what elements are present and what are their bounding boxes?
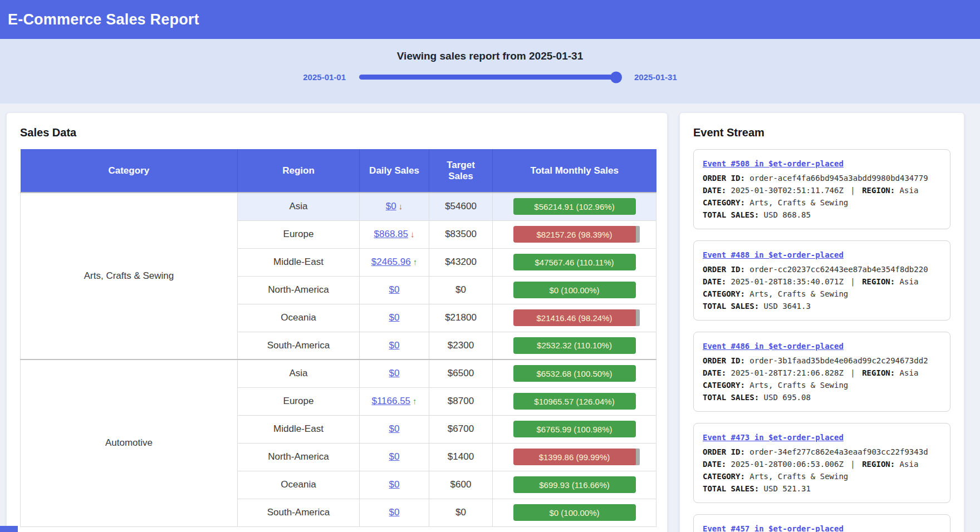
daily-sales-link[interactable]: $0 (389, 340, 400, 351)
event-stream-card: Event Stream Event #508 in $et-order-pla… (679, 112, 964, 532)
region-cell: South-America (238, 332, 360, 359)
category-cell: Automotive (21, 359, 238, 526)
event-title-link[interactable]: Event #457 in $et-order-placed (703, 523, 844, 532)
date-value: 2025-01-28T18:35:40.071Z (731, 277, 849, 286)
column-header-total-monthly-sales: Total Monthly Sales (493, 149, 656, 193)
daily-sales-cell: $1166.55↑ (360, 387, 429, 415)
pipe-separator: | (848, 186, 857, 195)
daily-sales-link[interactable]: $0 (389, 451, 400, 462)
bottom-left-blue-fragment (0, 526, 18, 532)
daily-sales-cell: $0↓ (360, 193, 429, 220)
table-row: Arts, Crafts & SewingAsia$0↓$54600$56214… (21, 193, 656, 220)
app-header: E-Commerce Sales Report (0, 0, 980, 39)
target-met-badge: $699.93 (116.66%) (513, 476, 636, 493)
total-sales-label: TOTAL SALES: (703, 210, 764, 219)
event-title-link[interactable]: Event #486 in $et-order-placed (703, 340, 844, 352)
order-id-value: order-34ef277c862e4a3eaaf903cc22f9343d (749, 447, 928, 456)
total-monthly-sales-cell: $0 (100.00%) (493, 499, 656, 526)
event-title-link[interactable]: Event #488 in $et-order-placed (703, 249, 844, 261)
event-title-link[interactable]: Event #508 in $et-order-placed (703, 157, 844, 170)
total-monthly-sales-cell: $2532.32 (110.10%) (493, 332, 656, 359)
target-sales-cell: $83500 (429, 220, 493, 248)
sales-table-body: Arts, Crafts & SewingAsia$0↓$54600$56214… (21, 193, 656, 526)
region-cell: Oceania (238, 471, 360, 499)
pipe-separator: | (848, 277, 857, 286)
order-id-label: ORDER ID: (703, 174, 749, 183)
page-title: E-Commerce Sales Report (8, 11, 199, 28)
total-sales-value: USD 695.08 (764, 393, 811, 402)
target-sales-cell: $6700 (429, 415, 493, 443)
target-sales-cell: $600 (429, 471, 493, 499)
region-cell: North-America (238, 443, 360, 471)
sales-data-card: Sales Data CategoryRegionDaily SalesTarg… (6, 112, 668, 532)
total-sales-label: TOTAL SALES: (703, 302, 764, 311)
column-header-category: Category (21, 149, 238, 193)
daily-sales-link[interactable]: $0 (389, 423, 400, 434)
event-detail-line: CATEGORY: Arts, Crafts & Sewing (703, 288, 941, 300)
event-title-link[interactable]: Event #473 in $et-order-placed (703, 431, 844, 444)
category-value: Arts, Crafts & Sewing (749, 381, 848, 390)
event-detail-line: ORDER ID: order-34ef277c862e4a3eaaf903cc… (703, 446, 941, 458)
date-slider-thumb[interactable] (610, 71, 622, 83)
pipe-separator: | (848, 460, 857, 469)
trend-down-icon: ↓ (410, 229, 415, 239)
region-cell: Europe (238, 387, 360, 415)
daily-sales-link[interactable]: $0 (389, 368, 400, 378)
column-header-region: Region (238, 149, 360, 193)
region-label: REGION: (857, 277, 900, 286)
event-detail-line: TOTAL SALES: USD 868.85 (703, 209, 941, 221)
date-value: 2025-01-28T00:06:53.006Z (731, 460, 849, 469)
trend-up-icon: ↑ (413, 396, 417, 406)
date-slider[interactable] (359, 75, 621, 80)
event-detail-line: ORDER ID: order-cc20237cc62443ee87ab4e35… (703, 263, 941, 275)
daily-sales-cell: $0 (360, 415, 429, 443)
daily-sales-link[interactable]: $0 (389, 507, 400, 518)
target-missed-badge: $1399.86 (99.99%) (513, 449, 636, 465)
order-id-label: ORDER ID: (703, 265, 749, 274)
target-sales-cell: $21800 (429, 304, 493, 332)
daily-sales-cell: $868.85↓ (360, 220, 429, 248)
category-label: CATEGORY: (703, 472, 749, 481)
target-met-badge: $6765.99 (100.98%) (513, 421, 636, 437)
target-sales-cell: $8700 (429, 387, 493, 415)
daily-sales-link[interactable]: $2465.96 (371, 257, 411, 267)
slider-end-label: 2025-01-31 (634, 72, 677, 82)
event-detail-line: DATE: 2025-01-28T18:35:40.071Z | REGION:… (703, 275, 941, 288)
total-sales-value: USD 3641.3 (764, 302, 811, 311)
target-missed-badge: $82157.26 (98.39%) (513, 226, 636, 243)
daily-sales-cell: $0 (360, 499, 429, 526)
total-monthly-sales-cell: $699.93 (116.66%) (493, 471, 656, 499)
column-header-target-sales: Target Sales (429, 149, 493, 193)
target-met-badge: $2532.32 (110.10%) (513, 337, 636, 354)
order-id-label: ORDER ID: (703, 356, 749, 365)
event-card: Event #486 in $et-order-placedORDER ID: … (693, 332, 950, 412)
daily-sales-link[interactable]: $868.85 (374, 229, 408, 239)
target-sales-cell: $43200 (429, 248, 493, 276)
daily-sales-cell: $0 (360, 276, 429, 304)
date-label: DATE: (703, 460, 731, 469)
date-label: DATE: (703, 368, 731, 377)
total-monthly-sales-cell: $82157.26 (98.39%) (493, 220, 656, 248)
region-cell: Middle-East (238, 248, 360, 276)
daily-sales-link[interactable]: $1166.55 (371, 396, 410, 406)
region-value: Asia (900, 460, 919, 469)
daily-sales-cell: $0 (360, 471, 429, 499)
category-value: Arts, Crafts & Sewing (749, 472, 848, 481)
target-met-badge: $56214.91 (102.96%) (513, 198, 636, 215)
date-label: DATE: (703, 277, 731, 286)
daily-sales-link[interactable]: $0 (389, 479, 400, 490)
region-label: REGION: (857, 186, 900, 195)
pipe-separator: | (848, 368, 857, 377)
event-detail-line: ORDER ID: order-3b1faad35bde4e06ad99c2c2… (703, 354, 941, 367)
total-sales-label: TOTAL SALES: (703, 484, 764, 493)
date-slider-row: 2025-01-01 2025-01-31 (0, 72, 980, 82)
order-id-value: order-acef4fa66bd945a3abdd9980bd434779 (749, 174, 928, 183)
total-monthly-sales-cell: $0 (100.00%) (493, 276, 656, 304)
event-detail-line: DATE: 2025-01-28T17:21:06.828Z | REGION:… (703, 367, 941, 379)
daily-sales-link[interactable]: $0 (389, 284, 400, 295)
total-monthly-sales-cell: $56214.91 (102.96%) (493, 193, 656, 220)
target-met-badge: $6532.68 (100.50%) (513, 365, 636, 382)
daily-sales-link[interactable]: $0 (386, 201, 396, 211)
daily-sales-link[interactable]: $0 (389, 312, 400, 323)
target-missed-badge: $21416.46 (98.24%) (513, 309, 636, 326)
